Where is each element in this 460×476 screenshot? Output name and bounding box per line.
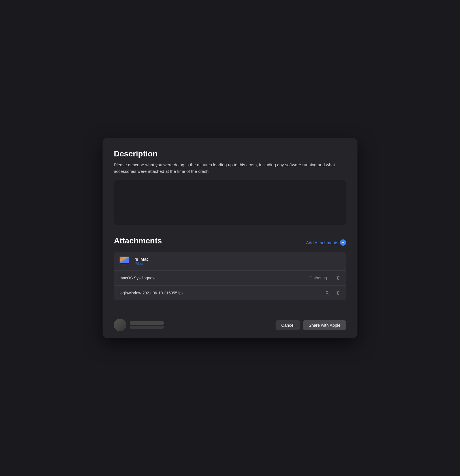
delete-loginwindow-button[interactable] (335, 290, 342, 296)
svg-rect-2 (120, 263, 130, 264)
search-loginwindow-button[interactable] (324, 290, 331, 296)
attachment-name-loginwindow: loginwindow-2021-06-10-215955.ips (120, 291, 184, 295)
attachment-row-loginwindow: loginwindow-2021-06-10-215955.ips (114, 285, 346, 300)
svg-rect-1 (120, 257, 129, 263)
footer-buttons: Cancel Share with Apple (276, 320, 346, 330)
avatar (114, 319, 126, 331)
crash-report-dialog: Description Please describe what you wer… (103, 138, 357, 338)
attachment-actions-sysdiagnose: Gathering… (310, 275, 342, 281)
attachment-row-sysdiagnose: macOS Sysdiagnose Gathering… (114, 270, 346, 285)
user-name-redacted (130, 321, 164, 325)
description-section: Description Please describe what you wer… (114, 149, 346, 226)
attachments-title: Attachments (114, 236, 162, 245)
add-attachments-icon: + (340, 239, 346, 246)
delete-sysdiagnose-button[interactable] (335, 275, 342, 281)
user-detail-redacted (130, 326, 164, 329)
attachments-section: Attachments Add Attachments + (114, 236, 346, 300)
attachments-header: Attachments Add Attachments + (114, 236, 346, 249)
user-info (130, 321, 164, 329)
imac-icon (118, 256, 131, 266)
add-attachments-button[interactable]: Add Attachments + (306, 239, 346, 246)
description-body: Please describe what you were doing in t… (114, 162, 346, 175)
svg-rect-3 (124, 264, 125, 265)
footer-user (114, 319, 164, 331)
svg-line-6 (328, 294, 329, 295)
search-icon (325, 291, 330, 295)
cancel-button[interactable]: Cancel (276, 320, 300, 330)
dialog-content: Description Please describe what you wer… (103, 138, 357, 300)
device-info: 's iMac iMac (135, 257, 149, 266)
share-with-apple-button[interactable]: Share with Apple (303, 320, 346, 330)
attachment-name-sysdiagnose: macOS Sysdiagnose (120, 276, 157, 280)
description-title: Description (114, 149, 346, 158)
device-header-row: 's iMac iMac (114, 252, 346, 270)
trash-icon (336, 276, 340, 280)
attachment-actions-loginwindow (324, 290, 342, 296)
svg-point-5 (326, 292, 328, 294)
avatar-image (114, 319, 126, 331)
add-attachments-label: Add Attachments (306, 240, 338, 245)
trash-icon (336, 291, 340, 295)
device-type: iMac (135, 262, 149, 266)
description-textarea[interactable] (114, 180, 346, 225)
attachments-list: 's iMac iMac macOS Sysdiagnose Gathering… (114, 252, 346, 300)
dialog-footer: Cancel Share with Apple (103, 312, 357, 338)
device-name: 's iMac (135, 257, 149, 262)
gathering-status: Gathering… (310, 276, 331, 280)
svg-rect-4 (122, 265, 127, 266)
